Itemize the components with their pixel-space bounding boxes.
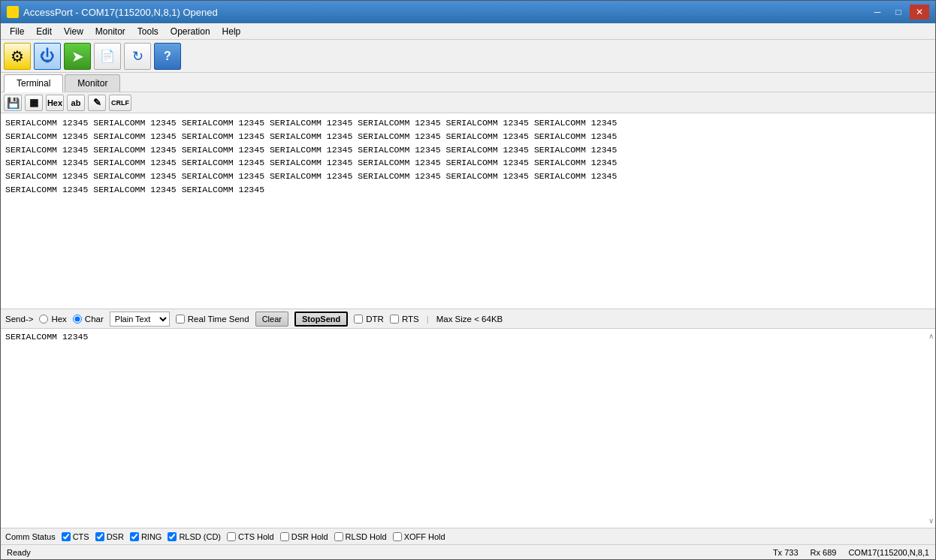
dsr-status: DSR xyxy=(95,532,124,541)
cts-hold-status: CTS Hold xyxy=(227,532,274,541)
send-toolbar-button[interactable]: ➤ xyxy=(64,43,91,70)
tab-monitor[interactable]: Monitor xyxy=(65,74,120,92)
hex-secondary-button[interactable]: Hex xyxy=(46,95,64,111)
cts-status: CTS xyxy=(62,532,89,541)
comm-status-bar: Comm Status CTS DSR RING RLSD (CD) CTS H… xyxy=(1,528,935,544)
bottom-right-info: Tx 733 Rx 689 COM17(115200,N,8,1 xyxy=(773,548,929,557)
rlsd-checkbox[interactable] xyxy=(168,532,177,541)
hex-radio[interactable] xyxy=(39,315,48,324)
maximize-button[interactable]: □ xyxy=(889,5,908,20)
terminal-line: SERIALCOMM 12345 SERIALCOMM 12345 SERIAL… xyxy=(5,170,931,183)
menu-monitor[interactable]: Monitor xyxy=(89,25,131,38)
clear-button[interactable]: Clear xyxy=(255,312,288,327)
send-label: Send-> xyxy=(5,315,33,324)
crlf-label: CRLF xyxy=(111,99,129,107)
port-info: COM17(115200,N,8,1 xyxy=(848,548,929,557)
xoff-hold-checkbox[interactable] xyxy=(393,532,402,541)
cts-hold-checkbox[interactable] xyxy=(227,532,236,541)
title-bar: ⚡ AccessPort - COM17(115200,N,8,1) Opene… xyxy=(1,1,935,23)
scroll-down-indicator: ∨ xyxy=(928,516,934,525)
rlsd-hold-checkbox[interactable] xyxy=(334,532,343,541)
hex-label: Hex xyxy=(47,98,62,107)
menu-edit[interactable]: Edit xyxy=(30,25,58,38)
terminal-line: SERIALCOMM 12345 SERIALCOMM 12345 SERIAL… xyxy=(5,130,931,143)
power-toolbar-button[interactable]: ⏻ xyxy=(34,43,61,70)
dtr-group: DTR xyxy=(354,315,384,324)
max-size-label: Max Size < 64KB xyxy=(436,315,503,324)
settings-toolbar-button[interactable]: ⚙ xyxy=(4,43,31,70)
refresh-toolbar-button[interactable]: ↻ xyxy=(124,43,151,70)
separator-1: | xyxy=(427,315,429,324)
file-toolbar-button[interactable]: 📄 xyxy=(94,43,121,70)
char-radio[interactable] xyxy=(73,315,82,324)
save-secondary-button[interactable]: 💾 xyxy=(4,95,22,111)
dsr-checkbox[interactable] xyxy=(95,532,104,541)
ready-label: Ready xyxy=(7,548,31,557)
format-dropdown[interactable]: Plain Text Hex String Raw Bytes xyxy=(110,312,170,327)
edit-secondary-button[interactable]: ✎ xyxy=(88,95,106,111)
ab-secondary-button[interactable]: ab xyxy=(67,95,85,111)
hex-radio-group: Hex xyxy=(39,315,66,324)
rts-label[interactable]: RTS xyxy=(402,315,419,324)
real-time-send-checkbox[interactable] xyxy=(176,315,185,324)
menu-bar: File Edit View Monitor Tools Operation H… xyxy=(1,23,935,40)
window-title: AccessPort - COM17(115200,N,8,1) Opened xyxy=(23,7,218,18)
dsr-hold-checkbox[interactable] xyxy=(280,532,289,541)
cts-label: CTS xyxy=(73,532,89,541)
terminal-line: SERIALCOMM 12345 SERIALCOMM 12345 SERIAL… xyxy=(5,143,931,157)
menu-operation[interactable]: Operation xyxy=(165,25,216,38)
rts-checkbox[interactable] xyxy=(390,315,399,324)
content-area: SERIALCOMM 12345 SERIALCOMM 12345 SERIAL… xyxy=(1,113,935,559)
comm-status-label: Comm Status xyxy=(5,532,56,541)
char-radio-label[interactable]: Char xyxy=(85,315,104,324)
grid-secondary-button[interactable]: ▦ xyxy=(25,95,43,111)
menu-view[interactable]: View xyxy=(58,25,89,38)
rx-counter: Rx 689 xyxy=(811,548,837,557)
cts-checkbox[interactable] xyxy=(62,532,71,541)
stop-send-button[interactable]: StopSend xyxy=(294,312,348,327)
scroll-up-indicator: ∧ xyxy=(928,332,934,340)
window-controls: ─ □ ✕ xyxy=(868,5,929,20)
dtr-label[interactable]: DTR xyxy=(366,315,384,324)
real-time-send-group: Real Time Send xyxy=(176,315,249,324)
xoff-hold-label: XOFF Hold xyxy=(404,532,445,541)
ring-checkbox[interactable] xyxy=(130,532,139,541)
ring-status: RING xyxy=(130,532,162,541)
secondary-toolbar: 💾 ▦ Hex ab ✎ CRLF xyxy=(1,92,935,113)
terminal-output: SERIALCOMM 12345 SERIALCOMM 12345 SERIAL… xyxy=(1,113,935,309)
menu-file[interactable]: File xyxy=(4,25,30,38)
real-time-send-label[interactable]: Real Time Send xyxy=(188,315,249,324)
send-bar: Send-> Hex Char Plain Text Hex String Ra… xyxy=(1,309,935,328)
crlf-secondary-button[interactable]: CRLF xyxy=(109,95,131,111)
terminal-line: SERIALCOMM 12345 SERIALCOMM 12345 SERIAL… xyxy=(5,116,931,130)
send-input-area: SERIALCOMM 12345 ∧ ∨ xyxy=(1,328,935,528)
dsr-hold-status: DSR Hold xyxy=(280,532,328,541)
minimize-button[interactable]: ─ xyxy=(868,5,887,20)
title-bar-left: ⚡ AccessPort - COM17(115200,N,8,1) Opene… xyxy=(7,6,218,18)
rlsd-label: RLSD (CD) xyxy=(179,532,221,541)
rlsd-hold-label: RLSD Hold xyxy=(346,532,387,541)
main-toolbar: ⚙ ⏻ ➤ 📄 ↻ ? xyxy=(1,40,935,73)
xoff-hold-status: XOFF Hold xyxy=(393,532,445,541)
bottom-status-bar: Ready Tx 733 Rx 689 COM17(115200,N,8,1 xyxy=(1,544,935,559)
hex-radio-label[interactable]: Hex xyxy=(51,315,66,324)
tab-terminal[interactable]: Terminal xyxy=(4,74,63,92)
send-input[interactable]: SERIALCOMM 12345 xyxy=(1,329,935,528)
close-button[interactable]: ✕ xyxy=(910,5,929,20)
cts-hold-label: CTS Hold xyxy=(238,532,274,541)
ab-label: ab xyxy=(71,98,81,107)
app-window: ⚡ AccessPort - COM17(115200,N,8,1) Opene… xyxy=(0,0,936,560)
rlsd-hold-status: RLSD Hold xyxy=(334,532,387,541)
char-radio-group: Char xyxy=(73,315,104,324)
dsr-hold-label: DSR Hold xyxy=(291,532,328,541)
help-toolbar-button[interactable]: ? xyxy=(154,43,181,70)
rlsd-status: RLSD (CD) xyxy=(168,532,221,541)
ring-label: RING xyxy=(141,532,162,541)
terminal-line: SERIALCOMM 12345 SERIALCOMM 12345 SERIAL… xyxy=(5,183,931,197)
app-icon: ⚡ xyxy=(7,6,19,18)
dtr-checkbox[interactable] xyxy=(354,315,363,324)
rts-group: RTS xyxy=(390,315,419,324)
menu-tools[interactable]: Tools xyxy=(131,25,165,38)
dsr-label: DSR xyxy=(107,532,124,541)
menu-help[interactable]: Help xyxy=(216,25,247,38)
